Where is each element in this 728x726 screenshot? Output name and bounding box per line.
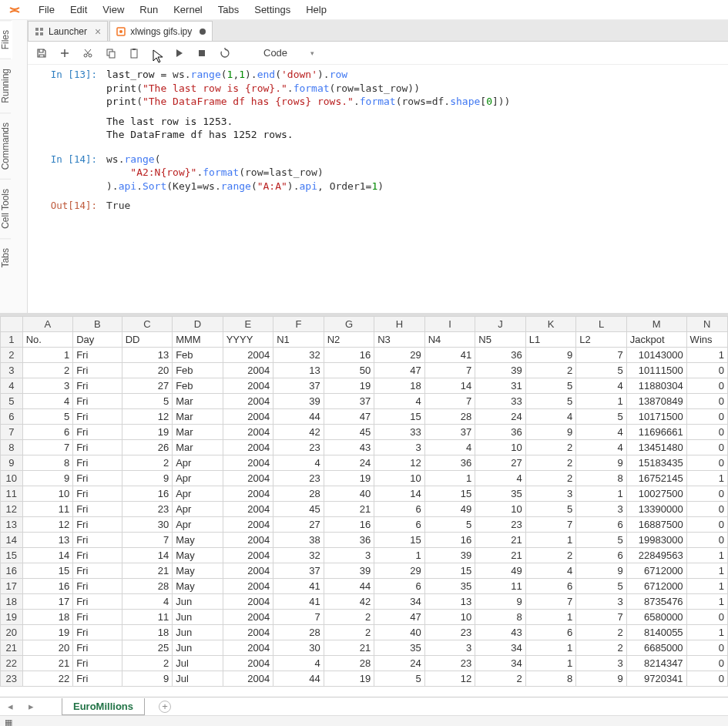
cell[interactable]: 2 <box>525 548 576 563</box>
cell[interactable]: 2004 <box>223 610 273 625</box>
column-header[interactable]: L <box>576 317 627 332</box>
cell[interactable]: Jun <box>173 640 223 656</box>
column-header[interactable]: D <box>173 317 223 332</box>
cell[interactable]: 43 <box>324 440 374 455</box>
header-cell[interactable]: N3 <box>374 332 425 348</box>
column-header[interactable]: N <box>686 317 727 332</box>
cell[interactable]: 29 <box>374 348 425 363</box>
cell[interactable]: Mar <box>173 394 223 409</box>
cell[interactable]: 2004 <box>223 425 273 440</box>
column-header[interactable]: M <box>626 317 686 332</box>
cell[interactable]: 4 <box>273 656 324 671</box>
cell[interactable]: 7 <box>525 517 576 533</box>
cell[interactable]: 0 <box>686 502 727 517</box>
header-cell[interactable]: Wins <box>686 332 727 348</box>
cell[interactable]: Fri <box>73 579 122 594</box>
cell[interactable]: 7 <box>576 348 627 363</box>
sidebar-tab-files[interactable]: Files <box>0 20 12 59</box>
cell[interactable]: 13 <box>22 533 73 548</box>
cell[interactable]: 1 <box>686 579 727 594</box>
cell[interactable]: 9 <box>22 471 73 486</box>
cell[interactable]: 16 <box>424 533 475 548</box>
header-cell[interactable]: MMM <box>173 332 223 348</box>
cell[interactable]: Jul <box>173 671 223 687</box>
cell[interactable]: 6 <box>576 548 627 563</box>
cell[interactable]: 2 <box>22 363 73 378</box>
row-number[interactable]: 9 <box>1 455 23 471</box>
cell[interactable]: Jun <box>173 594 223 610</box>
row-number[interactable]: 15 <box>1 548 23 563</box>
cell[interactable]: 3 <box>576 502 627 517</box>
menu-kernel[interactable]: Kernel <box>166 1 210 18</box>
cell[interactable]: Apr <box>173 455 223 471</box>
column-header[interactable]: E <box>223 317 273 332</box>
cell[interactable]: 6 <box>576 517 627 533</box>
add-sheet-button[interactable]: + <box>159 701 171 713</box>
row-number[interactable]: 23 <box>1 671 23 687</box>
cell[interactable]: 5 <box>576 409 627 425</box>
cell[interactable]: 4 <box>374 394 425 409</box>
cell[interactable]: 2004 <box>223 486 273 502</box>
cell[interactable]: 38 <box>273 533 324 548</box>
cell[interactable]: 5 <box>576 579 627 594</box>
cell[interactable]: 36 <box>475 348 526 363</box>
cell[interactable]: 0 <box>686 486 727 502</box>
menu-help[interactable]: Help <box>298 1 334 18</box>
cell[interactable]: 14 <box>22 548 73 563</box>
cell[interactable]: 15 <box>374 409 425 425</box>
cell[interactable]: 6712000 <box>626 579 686 594</box>
column-header[interactable]: A <box>22 317 73 332</box>
cell[interactable]: 3 <box>324 548 374 563</box>
row-number[interactable]: 11 <box>1 486 23 502</box>
cell[interactable]: 21 <box>324 640 374 656</box>
cell[interactable]: 3 <box>525 486 576 502</box>
row-number[interactable]: 19 <box>1 610 23 625</box>
cell[interactable]: 2004 <box>223 394 273 409</box>
cell[interactable]: 10 <box>374 471 425 486</box>
header-cell[interactable]: L2 <box>576 332 627 348</box>
cell[interactable]: 3 <box>576 594 627 610</box>
cell[interactable]: 10171500 <box>626 409 686 425</box>
cell[interactable]: 11 <box>122 610 173 625</box>
row-number[interactable]: 8 <box>1 440 23 455</box>
cell[interactable]: 40 <box>374 625 425 640</box>
cell[interactable]: 49 <box>475 563 526 579</box>
cell[interactable]: 9720341 <box>626 671 686 687</box>
cell[interactable]: 12 <box>424 671 475 687</box>
cell[interactable]: 23 <box>475 517 526 533</box>
row-number[interactable]: 3 <box>1 363 23 378</box>
cell[interactable]: 13 <box>122 348 173 363</box>
cell[interactable]: 15 <box>374 533 425 548</box>
cell[interactable]: 35 <box>475 486 526 502</box>
cell[interactable]: 15 <box>22 563 73 579</box>
cell[interactable]: 41 <box>273 594 324 610</box>
cell[interactable]: 11 <box>475 579 526 594</box>
cell[interactable]: Fri <box>73 425 122 440</box>
cell[interactable]: 1 <box>686 625 727 640</box>
cell[interactable]: 2 <box>525 440 576 455</box>
cell[interactable]: 27 <box>273 517 324 533</box>
cell[interactable]: 8 <box>475 610 526 625</box>
row-number[interactable]: 5 <box>1 394 23 409</box>
cell[interactable]: Apr <box>173 502 223 517</box>
cell[interactable]: 39 <box>273 394 324 409</box>
cell[interactable]: 19 <box>22 625 73 640</box>
menu-file[interactable]: File <box>31 1 62 18</box>
cell[interactable]: 5 <box>525 394 576 409</box>
cell[interactable]: 2004 <box>223 533 273 548</box>
cell[interactable]: 0 <box>686 425 727 440</box>
tab-launcher[interactable]: Launcher × <box>28 21 108 41</box>
cell[interactable]: 2004 <box>223 517 273 533</box>
cell[interactable]: 4 <box>576 440 627 455</box>
cell[interactable]: 0 <box>686 440 727 455</box>
cell[interactable]: 11696661 <box>626 425 686 440</box>
cell[interactable]: 2 <box>122 455 173 471</box>
cell[interactable]: 0 <box>686 640 727 656</box>
cell[interactable]: Mar <box>173 409 223 425</box>
cell[interactable]: Fri <box>73 517 122 533</box>
cell[interactable]: 15 <box>424 563 475 579</box>
column-header[interactable]: G <box>324 317 374 332</box>
cell[interactable]: 2004 <box>223 548 273 563</box>
cell[interactable]: 9 <box>576 455 627 471</box>
cell[interactable]: Fri <box>73 533 122 548</box>
